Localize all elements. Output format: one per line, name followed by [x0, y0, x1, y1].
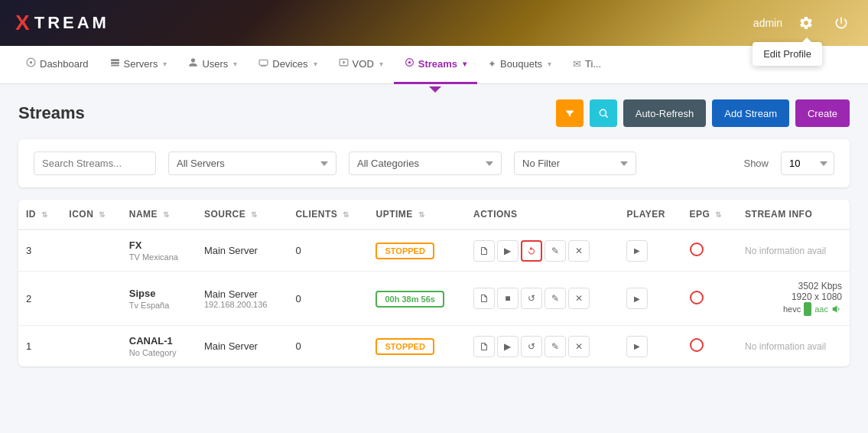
svg-marker-12 — [833, 305, 837, 312]
nav-item-tickets[interactable]: ✉ Ti... — [562, 46, 612, 84]
table-header-row: ID ⇅ ICON ⇅ NAME ⇅ SOURCE ⇅ CLIENTS ⇅ UP… — [18, 200, 850, 230]
action-file-btn[interactable] — [473, 336, 495, 357]
auto-refresh-button[interactable]: Auto-Refresh — [623, 99, 707, 127]
cell-icon — [61, 230, 121, 272]
users-caret: ▾ — [233, 60, 237, 68]
cell-name: CANAL-1 No Category — [122, 326, 197, 367]
action-edit-btn[interactable]: ✎ — [545, 240, 566, 262]
table-row: 1 CANAL-1 No Category Main Server 0 STOP… — [18, 326, 850, 367]
admin-label: admin — [753, 17, 782, 29]
svg-point-9 — [408, 61, 411, 63]
uptime-badge: STOPPED — [375, 338, 434, 355]
cell-name: FX TV Mexicana — [122, 230, 197, 272]
col-name: NAME ⇅ — [122, 200, 197, 230]
player-btn[interactable]: ▶ — [626, 240, 648, 262]
action-restart-btn[interactable] — [521, 240, 542, 262]
search-streams-input[interactable] — [34, 151, 156, 175]
action-delete-btn[interactable]: ✕ — [568, 336, 590, 357]
table-row: 3 FX TV Mexicana Main Server 0 STOPPED — [18, 230, 850, 272]
servers-icon — [110, 57, 120, 70]
action-play-btn[interactable]: ▶ — [497, 240, 519, 262]
table-row: 2 Sipse Tv España Main Server 192.168.20… — [18, 272, 850, 326]
add-stream-button[interactable]: Add Stream — [712, 99, 789, 127]
nav-item-streams[interactable]: Streams ▾ — [394, 46, 477, 84]
cell-actions: ▶ ✎ ✕ — [466, 230, 619, 272]
action-delete-btn[interactable]: ✕ — [568, 288, 590, 309]
filter-button[interactable] — [556, 99, 584, 127]
search-button[interactable] — [590, 99, 617, 127]
action-file-btn[interactable] — [473, 288, 495, 309]
bouquets-icon: ✦ — [488, 58, 496, 70]
action-edit-btn[interactable]: ✎ — [545, 336, 566, 357]
logo-x: X — [15, 11, 33, 35]
action-delete-btn[interactable]: ✕ — [568, 240, 590, 262]
devices-caret: ▾ — [314, 60, 317, 68]
nav-label-users: Users — [202, 58, 228, 70]
svg-rect-3 — [111, 62, 119, 64]
nofilter-select[interactable]: No Filter — [514, 151, 636, 175]
power-icon[interactable] — [830, 11, 853, 34]
cell-clients: 0 — [288, 230, 368, 272]
cell-actions: ▶ ↺ ✎ ✕ — [466, 326, 619, 367]
col-actions: ACTIONS — [466, 200, 619, 230]
show-count-select[interactable]: 10 25 50 100 — [781, 151, 834, 175]
nav-item-dashboard[interactable]: Dashboard — [15, 46, 99, 84]
settings-icon[interactable] — [795, 11, 818, 34]
nav-item-devices[interactable]: Devices ▾ — [248, 46, 327, 84]
streams-active-arrow — [429, 86, 441, 93]
nav-label-bouquets: Bouquets — [500, 58, 542, 70]
page-title: Streams — [18, 103, 556, 123]
nav-item-bouquets[interactable]: ✦ Bouquets ▾ — [477, 46, 562, 84]
action-file-btn[interactable] — [473, 240, 495, 262]
svg-rect-4 — [111, 65, 119, 67]
cell-epg — [682, 326, 737, 367]
col-source: SOURCE ⇅ — [197, 200, 288, 230]
nav-label-streams: Streams — [418, 58, 457, 70]
nav-item-users[interactable]: Users ▾ — [177, 46, 248, 84]
show-label: Show — [743, 158, 769, 169]
nav-label-devices: Devices — [272, 58, 307, 70]
col-uptime: UPTIME ⇅ — [368, 200, 466, 230]
epg-status — [690, 291, 704, 304]
nav-item-servers[interactable]: Servers ▾ — [99, 46, 178, 84]
nav-label-vod: VOD — [353, 58, 374, 70]
svg-point-1 — [30, 61, 32, 63]
streams-caret-icon: ▾ — [463, 60, 467, 68]
cell-clients: 0 — [288, 272, 368, 326]
servers-filter[interactable]: All Servers — [168, 151, 336, 175]
cell-source: Main Server 192.168.200.136 — [197, 272, 288, 326]
action-restart-btn[interactable]: ↺ — [521, 336, 542, 357]
header-right: admin — [753, 11, 853, 34]
cell-uptime: STOPPED — [368, 326, 466, 367]
categories-filter[interactable]: All Categories — [349, 151, 502, 175]
cell-uptime: STOPPED — [368, 230, 466, 272]
cell-id: 1 — [18, 326, 61, 367]
cell-source: Main Server — [197, 326, 288, 367]
action-stop-btn[interactable]: ■ — [497, 288, 519, 309]
servers-caret: ▾ — [163, 60, 167, 68]
create-button[interactable]: Create — [795, 99, 850, 127]
codec-video: hevc — [783, 304, 801, 314]
stream-category: TV Mexicana — [129, 252, 189, 262]
col-player: PLAYER — [619, 200, 681, 230]
logo: X TREAM — [15, 11, 109, 35]
bouquets-caret: ▾ — [548, 60, 551, 68]
cell-epg — [682, 230, 737, 272]
vod-icon — [339, 57, 349, 70]
edit-profile-tooltip: Edit Profile — [753, 42, 822, 66]
stream-name: CANAL-1 — [129, 335, 189, 347]
cell-player: ▶ — [619, 326, 681, 367]
cell-actions: ■ ↺ ✎ ✕ — [466, 272, 619, 326]
users-icon — [188, 57, 198, 70]
player-btn[interactable]: ▶ — [626, 288, 648, 309]
nav-label-tickets: Ti... — [585, 58, 601, 70]
nav-item-vod[interactable]: VOD ▾ — [328, 46, 394, 84]
action-restart-btn[interactable]: ↺ — [521, 288, 542, 309]
cell-clients: 0 — [288, 326, 368, 367]
page-title-row: Streams Auto-Refresh Add Stream Create — [18, 99, 850, 127]
cell-icon — [61, 272, 121, 326]
streams-table-container: ID ⇅ ICON ⇅ NAME ⇅ SOURCE ⇅ CLIENTS ⇅ UP… — [18, 200, 850, 366]
player-btn[interactable]: ▶ — [626, 336, 648, 357]
action-play-btn[interactable]: ▶ — [497, 336, 519, 357]
action-edit-btn[interactable]: ✎ — [545, 288, 566, 309]
